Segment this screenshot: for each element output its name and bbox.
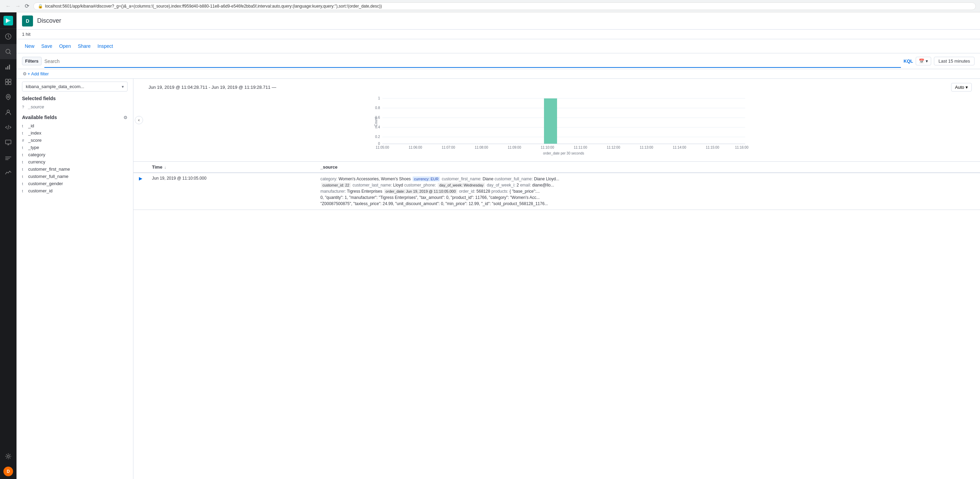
- available-fields-gear-button[interactable]: ⚙: [123, 115, 127, 120]
- svg-text:Count: Count: [374, 117, 378, 126]
- kibana-logo: [3, 16, 13, 26]
- auto-interval-button[interactable]: Auto ▾: [951, 83, 972, 91]
- app-icon-letter: D: [26, 18, 29, 24]
- search-input[interactable]: [45, 57, 105, 65]
- selected-fields-title: Selected fields: [16, 91, 133, 103]
- sidebar-item-visualize[interactable]: [0, 59, 16, 74]
- open-button[interactable]: Open: [56, 42, 73, 50]
- field-item-type[interactable]: t _type: [16, 144, 133, 151]
- field-name-id: _id: [28, 123, 34, 128]
- browser-navigation: ← → ⟳: [4, 2, 30, 10]
- main-content: D Discover 1 hit New Save Open Share Ins…: [16, 13, 980, 479]
- app-title: Discover: [37, 17, 61, 24]
- index-dropdown[interactable]: kibana_sample_data_ecom... ▾: [22, 81, 127, 91]
- action-bar: New Save Open Share Inspect: [16, 39, 980, 53]
- field-type-source: ?: [22, 105, 26, 109]
- svg-rect-7: [5, 82, 8, 85]
- field-name-cid: customer_id: [28, 188, 52, 193]
- svg-text:11:08:00: 11:08:00: [475, 145, 488, 149]
- reload-button[interactable]: ⟳: [23, 2, 30, 10]
- field-item-category[interactable]: t category: [16, 151, 133, 158]
- svg-text:11:14:00: 11:14:00: [673, 145, 686, 149]
- field-name-full-name: customer_full_name: [28, 174, 68, 179]
- add-filter-button[interactable]: + Add filter: [27, 71, 49, 77]
- expand-row-button[interactable]: ▶: [138, 176, 144, 181]
- row-time-value: Jun 19, 2019 @ 11:10:05.000: [152, 176, 206, 180]
- chart-wrapper: 1 0.8 0.6 0.4 0.2 0 Count: [147, 94, 972, 157]
- field-item-index[interactable]: t _index: [16, 129, 133, 137]
- sidebar-item-dev-tools[interactable]: [0, 120, 16, 135]
- source-line-4: 0, "quantity": 1, "manufacturer": "Tigre…: [320, 195, 699, 201]
- field-type-index: t: [22, 131, 26, 135]
- svg-rect-2: [5, 67, 6, 70]
- forward-button[interactable]: →: [14, 2, 22, 10]
- user-avatar[interactable]: D: [0, 464, 16, 479]
- new-button[interactable]: New: [22, 42, 37, 50]
- field-name-score: _score: [28, 137, 41, 143]
- results-table: Time ↓ _source ▶: [134, 162, 980, 210]
- back-button[interactable]: ←: [4, 2, 13, 10]
- add-filter-bar: ⚙ + Add filter: [16, 69, 980, 79]
- right-content: ‹ Jun 19, 2019 @ 11:04:28.711 - Jun 19, …: [134, 79, 980, 479]
- collapse-chart-button[interactable]: ‹: [135, 116, 143, 124]
- calendar-icon: 📅: [919, 59, 924, 64]
- sidebar-item-maps[interactable]: [0, 89, 16, 105]
- table-time-header[interactable]: Time ↓: [148, 162, 317, 173]
- svg-text:0: 0: [378, 142, 380, 145]
- svg-text:11:12:00: 11:12:00: [607, 145, 620, 149]
- nav-logo: [0, 13, 16, 29]
- field-type-first-name: t: [22, 167, 26, 171]
- available-fields-header: Available fields ⚙: [16, 110, 133, 122]
- row-expand-cell[interactable]: ▶: [134, 173, 148, 210]
- calendar-button[interactable]: 📅 ▾: [916, 57, 931, 65]
- filters-label: Filters: [22, 57, 41, 65]
- field-name-category: category: [28, 152, 45, 157]
- inspect-button[interactable]: Inspect: [95, 42, 116, 50]
- sidebar-item-users[interactable]: [0, 105, 16, 120]
- url-text: localhost:5601/app/kibana#/discover?_g=(…: [45, 4, 382, 9]
- search-container: [45, 57, 901, 65]
- sidebar-item-apm[interactable]: [0, 165, 16, 180]
- field-type-cid: t: [22, 189, 26, 193]
- svg-rect-5: [5, 79, 8, 81]
- field-name-currency: currency: [28, 159, 45, 164]
- field-item-score[interactable]: # _score: [16, 137, 133, 144]
- field-item-customer-id[interactable]: t customer_id: [16, 187, 133, 195]
- time-range-button[interactable]: Last 15 minutes: [934, 57, 975, 65]
- chart-bar: [544, 98, 557, 144]
- field-item-customer-gender[interactable]: t customer_gender: [16, 180, 133, 187]
- selected-field-source[interactable]: ? _source: [16, 103, 133, 110]
- field-item-currency[interactable]: t currency: [16, 158, 133, 166]
- time-col-label: Time: [152, 164, 162, 170]
- filter-gear-button[interactable]: ⚙: [22, 70, 27, 77]
- auto-label: Auto: [955, 85, 964, 90]
- field-type-currency: t: [22, 160, 26, 164]
- source-col-label: _source: [320, 164, 338, 170]
- kql-button[interactable]: KQL: [904, 59, 913, 64]
- field-item-customer-first-name[interactable]: t customer_first_name: [16, 166, 133, 173]
- sidebar-item-management[interactable]: [0, 449, 16, 464]
- sidebar-item-clock[interactable]: [0, 29, 16, 44]
- chart-area: ‹ Jun 19, 2019 @ 11:04:28.711 - Jun 19, …: [134, 79, 980, 162]
- svg-text:11:06:00: 11:06:00: [409, 145, 422, 149]
- sidebar-item-monitoring[interactable]: [0, 135, 16, 150]
- source-line-3: manufacturer: Tigress Enterprises order_…: [320, 188, 699, 195]
- available-fields-title: Available fields: [22, 115, 57, 120]
- field-item-id[interactable]: t _id: [16, 122, 133, 129]
- sidebar-item-discover[interactable]: [0, 44, 16, 59]
- sidebar-item-canvas[interactable]: [0, 150, 16, 165]
- field-item-customer-full-name[interactable]: t customer_full_name: [16, 173, 133, 180]
- left-sidebar: kibana_sample_data_ecom... ▾ Selected fi…: [16, 79, 134, 479]
- svg-text:0.8: 0.8: [375, 106, 380, 110]
- save-button[interactable]: Save: [38, 42, 55, 50]
- svg-text:11:05:00: 11:05:00: [376, 145, 389, 149]
- field-type-score: #: [22, 138, 26, 142]
- index-name: kibana_sample_data_ecom...: [26, 84, 84, 89]
- field-name-first-name: customer_first_name: [28, 166, 70, 172]
- address-bar[interactable]: 🔒 localhost:5601/app/kibana#/discover?_g…: [33, 2, 976, 10]
- chart-time-range: Jun 19, 2019 @ 11:04:28.711 - Jun 19, 20…: [148, 85, 276, 90]
- share-button[interactable]: Share: [75, 42, 93, 50]
- sidebar-item-dashboard[interactable]: [0, 74, 16, 89]
- histogram-chart: 1 0.8 0.6 0.4 0.2 0 Count: [147, 94, 972, 156]
- row-source-cell: category: Women's Accessories, Women's S…: [317, 173, 980, 210]
